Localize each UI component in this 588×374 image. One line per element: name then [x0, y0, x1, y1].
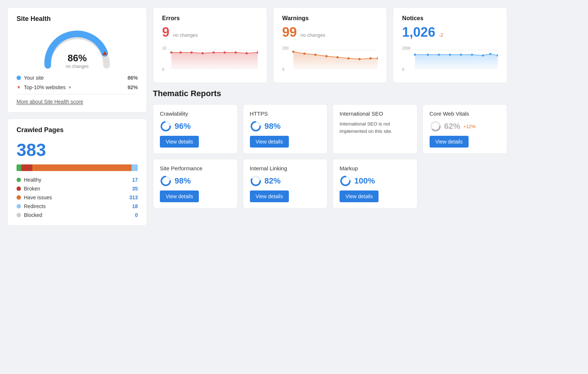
core-web-vitals-score: 62% — [444, 121, 460, 131]
svg-text:200: 200 — [282, 46, 288, 50]
svg-text:0: 0 — [402, 68, 405, 72]
crawlability-view-details-button[interactable]: View details — [160, 136, 199, 148]
svg-text:0: 0 — [282, 68, 284, 72]
svg-point-38 — [460, 54, 462, 56]
core-web-vitals-change: +12% — [463, 124, 476, 129]
site-performance-score: 98% — [175, 176, 191, 186]
svg-point-40 — [482, 54, 484, 57]
svg-point-41 — [490, 53, 492, 55]
legend-redirects: Redirects 18 — [17, 203, 138, 209]
svg-text:10: 10 — [162, 46, 166, 50]
thematic-reports-section: Thematic Reports Crawlability 96% View d… — [153, 89, 507, 208]
https-view-details-button[interactable]: View details — [250, 136, 289, 148]
svg-point-22 — [314, 54, 316, 56]
dot-redirects — [17, 204, 21, 208]
value-healthy: 17 — [132, 177, 138, 183]
notices-chart: 2000 0 — [402, 44, 498, 74]
warnings-change: no changes — [301, 32, 325, 38]
svg-marker-33 — [415, 54, 498, 68]
core-web-vitals-view-details-button[interactable]: View details — [430, 136, 469, 148]
errors-change: no changes — [173, 32, 198, 38]
bar-redirects — [132, 164, 138, 171]
errors-chart: 10 0 — [162, 44, 258, 74]
gauge-container: 86% no changes — [40, 29, 114, 69]
svg-point-39 — [471, 54, 473, 56]
https-name: HTTPS — [250, 110, 321, 117]
value-issues: 313 — [129, 195, 138, 200]
divider — [17, 94, 138, 94]
svg-point-12 — [234, 51, 237, 54]
your-site-dot — [17, 76, 21, 80]
report-international-seo: International SEO International SEO is n… — [333, 104, 417, 154]
label-blocked: Blocked — [24, 212, 42, 218]
dot-broken — [17, 186, 21, 191]
report-markup: Markup 100% View details — [333, 159, 417, 208]
warnings-card: Warnings 99 no changes 200 0 — [273, 7, 387, 83]
metrics-row: Errors 9 no changes 10 0 — [153, 7, 507, 83]
your-site-label: Your site — [24, 75, 44, 81]
top10-value: 92% — [128, 84, 138, 90]
report-crawlability: Crawlability 96% View details — [153, 104, 238, 154]
top10-label: Top-10% websites — [24, 84, 66, 90]
dot-issues — [17, 195, 21, 200]
value-redirects: 18 — [132, 203, 138, 209]
svg-point-20 — [292, 51, 294, 53]
svg-point-37 — [449, 54, 451, 56]
report-empty-slot — [423, 159, 508, 208]
notices-change: -2 — [439, 32, 443, 38]
svg-point-34 — [414, 54, 416, 56]
svg-point-25 — [347, 57, 349, 59]
crawled-count: 383 — [17, 140, 138, 160]
site-health-title: Site Health — [17, 15, 138, 23]
site-performance-name: Site Performance — [160, 165, 231, 171]
svg-point-6 — [170, 51, 172, 54]
svg-point-11 — [223, 51, 226, 54]
crawlability-score: 96% — [175, 121, 191, 131]
gauge-subtext: no changes — [66, 64, 89, 69]
report-internal-linking: Internal Linking 82% View details — [243, 159, 328, 208]
label-broken: Broken — [24, 186, 40, 192]
crawled-legend: Healthy 17 Broken 35 Have issues — [17, 177, 138, 218]
markup-donut — [340, 175, 351, 187]
errors-label: Errors — [162, 15, 258, 22]
markup-view-details-button[interactable]: View details — [340, 190, 379, 202]
thematic-reports-title: Thematic Reports — [153, 89, 507, 98]
warnings-label: Warnings — [282, 15, 378, 22]
site-performance-view-details-button[interactable]: View details — [160, 190, 199, 202]
site-health-card: Site Health 86% no changes — [7, 7, 147, 113]
svg-point-26 — [358, 58, 361, 60]
top10-chevron-icon[interactable]: ▾ — [69, 85, 71, 90]
gauge-center-text: 86% no changes — [66, 52, 89, 69]
svg-text:2000: 2000 — [402, 46, 411, 50]
svg-point-7 — [179, 51, 182, 54]
internal-linking-view-details-button[interactable]: View details — [250, 190, 289, 202]
dot-blocked — [17, 213, 21, 217]
international-seo-name: International SEO — [340, 110, 410, 117]
bar-broken — [21, 164, 32, 171]
dot-healthy — [17, 178, 21, 182]
legend-blocked: Blocked 0 — [17, 212, 138, 218]
crawlability-donut — [160, 120, 172, 132]
label-issues: Have issues — [24, 195, 52, 200]
report-core-web-vitals: Core Web Vitals 62% +12% View details — [423, 104, 508, 154]
core-web-vitals-donut — [430, 120, 441, 132]
value-broken: 35 — [132, 186, 138, 192]
notices-card: Notices 1,026 -2 2000 0 — [393, 7, 507, 83]
warnings-chart: 200 0 — [282, 44, 378, 74]
markup-score: 100% — [354, 176, 375, 186]
crawled-pages-title: Crawled Pages — [17, 126, 138, 134]
more-health-score-link[interactable]: More about Site Health score — [17, 99, 83, 105]
legend-healthy: Healthy 17 — [17, 177, 138, 183]
svg-text:0: 0 — [162, 68, 164, 72]
report-https: HTTPS 98% View details — [243, 104, 328, 154]
svg-point-35 — [427, 54, 429, 56]
https-score: 98% — [265, 121, 281, 131]
core-web-vitals-name: Core Web Vitals — [430, 110, 501, 117]
top10-arrow-icon: ▼ — [17, 85, 21, 90]
svg-marker-5 — [171, 52, 258, 68]
svg-point-36 — [438, 54, 440, 56]
bar-healthy — [17, 164, 21, 171]
bar-issues — [32, 164, 132, 171]
errors-value: 9 — [162, 25, 169, 40]
svg-point-23 — [325, 55, 327, 57]
